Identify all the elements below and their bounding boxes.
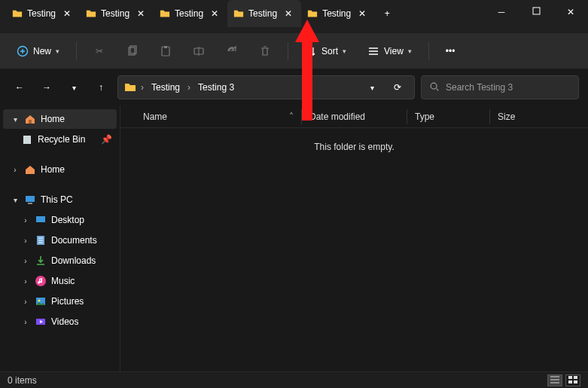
window-controls: ─ ✕ <box>484 0 588 24</box>
main-body: ▾ Home Recycle Bin 📌 › Home ▾ This PC › … <box>0 105 588 371</box>
sort-indicator-icon: ˄ <box>289 112 294 122</box>
home-icon <box>24 113 36 125</box>
close-icon: ✕ <box>567 7 574 17</box>
tab-label: Testing <box>175 8 203 19</box>
tab-5[interactable]: Testing ✕ <box>301 0 375 27</box>
status-bar: 0 items <box>0 371 588 388</box>
maximize-button[interactable] <box>519 0 553 24</box>
folder-icon <box>233 8 244 19</box>
paste-button[interactable] <box>152 41 179 62</box>
crumb-testing-3[interactable]: Testing 3 <box>195 81 237 94</box>
home-icon <box>24 163 36 176</box>
search-input[interactable] <box>446 82 571 93</box>
more-button[interactable]: ••• <box>438 41 463 61</box>
separator <box>76 42 77 60</box>
sidebar-label: This PC <box>41 194 73 205</box>
sort-label: Sort <box>321 46 338 57</box>
recent-button[interactable]: ▾ <box>63 77 84 98</box>
sidebar-item-videos[interactable]: › Videos <box>3 312 117 331</box>
refresh-button[interactable]: ⟳ <box>387 77 408 98</box>
sidebar-item-music[interactable]: › Music <box>3 271 117 291</box>
forward-button[interactable]: → <box>36 77 57 98</box>
sidebar-label: Home <box>41 114 65 124</box>
sidebar-label: Music <box>51 276 75 286</box>
sidebar-item-downloads[interactable]: › Downloads <box>3 251 117 270</box>
column-label: Name <box>143 112 167 122</box>
view-button[interactable]: View ▾ <box>360 41 419 62</box>
cut-button[interactable]: ✂ <box>86 41 113 62</box>
close-icon[interactable]: ✕ <box>355 7 369 20</box>
pictures-icon <box>35 295 47 307</box>
sidebar-item-home-quick[interactable]: ▾ Home <box>3 109 117 129</box>
copy-button[interactable] <box>119 41 146 62</box>
new-button[interactable]: New ▾ <box>9 41 67 62</box>
column-size[interactable]: Size <box>489 109 542 124</box>
search-icon <box>429 81 440 94</box>
new-tab-button[interactable]: + <box>375 0 399 27</box>
folder-icon <box>160 8 170 19</box>
close-window-button[interactable]: ✕ <box>553 0 588 24</box>
tab-2[interactable]: Testing ✕ <box>80 0 154 27</box>
sidebar-item-desktop[interactable]: › Desktop <box>3 210 117 230</box>
cut-icon: ✂ <box>93 45 105 57</box>
details-icon <box>550 375 559 386</box>
this-pc-icon <box>24 194 36 206</box>
sidebar-item-this-pc[interactable]: ▾ This PC <box>3 190 117 209</box>
plus-icon: + <box>385 8 390 19</box>
sidebar-label: Recycle Bin <box>38 134 85 145</box>
column-label: Date modified <box>309 112 365 122</box>
tab-4-active[interactable]: Testing ✕ <box>227 0 301 27</box>
rename-button[interactable] <box>185 41 212 62</box>
close-icon[interactable]: ✕ <box>60 7 74 20</box>
tab-label: Testing <box>27 8 56 19</box>
plus-circle-icon <box>17 45 29 57</box>
chevron-right-icon: › <box>21 277 30 286</box>
back-button[interactable]: ← <box>9 77 30 98</box>
downloads-icon <box>35 255 47 267</box>
search-box[interactable] <box>421 75 579 99</box>
folder-icon <box>307 8 318 19</box>
svg-rect-8 <box>29 120 32 124</box>
copy-icon <box>126 45 139 57</box>
arrow-right-icon: → <box>42 82 51 93</box>
maximize-icon <box>532 7 541 17</box>
sidebar-item-pictures[interactable]: › Pictures <box>3 292 117 311</box>
sort-button[interactable]: Sort ▾ <box>297 41 354 62</box>
svg-point-16 <box>38 300 41 302</box>
close-icon[interactable]: ✕ <box>134 7 148 20</box>
share-icon <box>226 45 238 57</box>
arrow-left-icon: ← <box>15 82 24 93</box>
tab-1[interactable]: Testing ✕ <box>6 0 80 27</box>
tab-label: Testing <box>322 8 351 19</box>
command-toolbar: New ▾ ✂ Sort ▾ View ▾ ••• <box>0 33 588 69</box>
sidebar-item-documents[interactable]: › Documents <box>3 231 117 250</box>
tab-3[interactable]: Testing ✕ <box>154 0 227 27</box>
sidebar-item-recycle-bin[interactable]: Recycle Bin 📌 <box>3 130 117 149</box>
breadcrumb-dropdown[interactable]: ▾ <box>361 77 382 98</box>
chevron-down-icon: ▾ <box>343 47 346 55</box>
sidebar-item-home[interactable]: › Home <box>3 160 117 179</box>
thumbnails-view-button[interactable] <box>565 374 580 386</box>
close-icon[interactable]: ✕ <box>282 7 295 20</box>
share-button[interactable] <box>218 41 245 62</box>
column-headers: Name ˄ Date modified Type Size <box>120 105 588 128</box>
chevron-right-icon: › <box>21 318 30 326</box>
crumb-testing[interactable]: Testing <box>148 81 183 94</box>
delete-button[interactable] <box>251 41 279 62</box>
details-view-button[interactable] <box>547 374 562 386</box>
paste-icon <box>160 45 172 57</box>
up-button[interactable]: ↑ <box>90 77 111 98</box>
sidebar-label: Pictures <box>51 296 84 307</box>
tab-strip: Testing ✕ Testing ✕ Testing ✕ Testing ✕ … <box>0 0 484 27</box>
column-name[interactable]: Name ˄ <box>136 109 301 124</box>
chevron-right-icon: › <box>11 166 20 174</box>
column-type[interactable]: Type <box>407 109 489 124</box>
svg-rect-20 <box>568 380 572 383</box>
column-date[interactable]: Date modified <box>301 109 407 124</box>
minimize-button[interactable]: ─ <box>484 0 519 24</box>
content-pane: Name ˄ Date modified Type Size This fold… <box>120 105 588 371</box>
minimize-icon: ─ <box>498 7 505 17</box>
column-label: Type <box>415 112 434 122</box>
close-icon[interactable]: ✕ <box>208 7 221 20</box>
breadcrumb[interactable]: › Testing › Testing 3 ▾ ⟳ <box>117 75 415 99</box>
